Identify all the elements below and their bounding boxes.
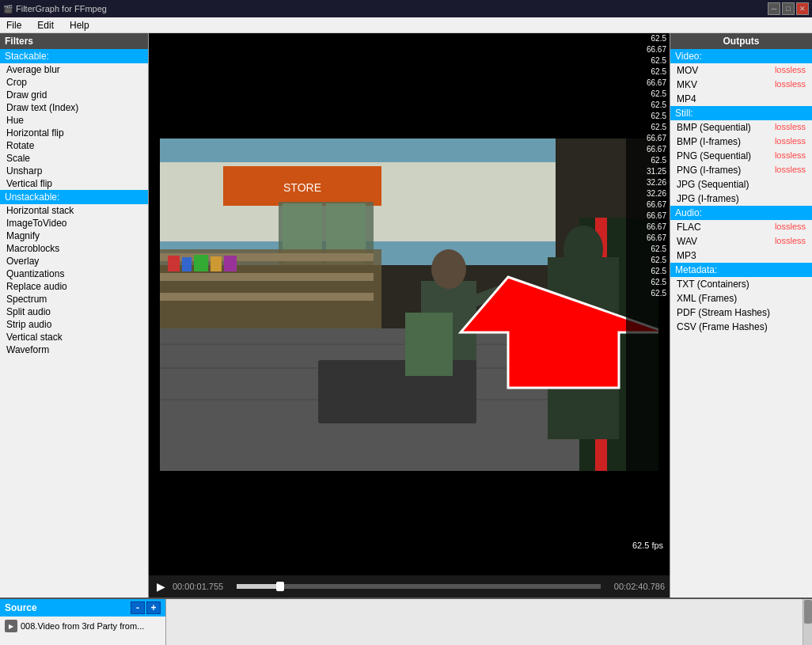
metadata-section-header: Metadata:	[670, 263, 812, 277]
scrollbar-thumb[interactable]	[804, 600, 812, 624]
output-mp3[interactable]: MP3	[670, 249, 812, 263]
filter-item-split-audio[interactable]: Split audio	[0, 305, 148, 318]
svg-rect-15	[160, 273, 374, 281]
fps-value: 62.5	[626, 111, 670, 122]
filter-item-draw-grid[interactable]: Draw grid	[0, 89, 148, 101]
filter-item-crop[interactable]: Crop	[0, 76, 148, 89]
filter-item-overlay[interactable]: Overlay	[0, 255, 148, 267]
source-plus-button[interactable]: +	[146, 601, 161, 614]
output-bmp-seq[interactable]: BMP (Sequential) lossless	[670, 120, 812, 135]
filter-item-unsharp[interactable]: Unsharp	[0, 165, 148, 177]
fps-value: 66.67	[626, 211, 670, 222]
menubar: File Edit Help	[0, 17, 812, 33]
filter-item-horizontal-flip[interactable]: Horizontal flip	[0, 127, 148, 139]
time-current: 00:00:01.755	[173, 582, 232, 591]
output-pdf[interactable]: PDF (Stream Hashes)	[670, 305, 812, 320]
filter-item-rotate[interactable]: Rotate	[0, 139, 148, 152]
output-jpg-iframes[interactable]: JPG (I-frames)	[670, 192, 812, 206]
svg-text:STORE: STORE	[283, 181, 321, 194]
filters-list: Stackable: Average blur Crop Draw grid D…	[0, 49, 148, 598]
output-csv[interactable]: CSV (Frame Hashes)	[670, 320, 812, 334]
output-mkv[interactable]: MKV lossless	[670, 78, 812, 92]
fps-value: 66.67	[626, 233, 670, 244]
outputs-panel: Outputs Video: MOV lossless MKV lossless…	[670, 33, 812, 598]
fps-value: 62.5	[626, 155, 670, 166]
fps-value: 62.5	[626, 255, 670, 266]
filter-item-vertical-flip[interactable]: Vertical flip	[0, 177, 148, 190]
window-controls: ─ □ ✕	[768, 2, 809, 15]
filter-item-quantizations[interactable]: Quantizations	[0, 267, 148, 280]
menu-edit[interactable]: Edit	[34, 20, 57, 31]
svg-rect-18	[182, 257, 192, 271]
filter-item-average-blur[interactable]: Average blur	[0, 63, 148, 76]
unstackable-header: Unstackable:	[0, 190, 148, 204]
fps-value: 62.5	[626, 288, 670, 299]
fps-value: 66.67	[626, 222, 670, 233]
app-icon: 🎬	[3, 5, 13, 13]
menu-help[interactable]: Help	[66, 20, 93, 31]
filter-item-replace-audio[interactable]: Replace audio	[0, 280, 148, 293]
filter-item-scale[interactable]: Scale	[0, 152, 148, 165]
output-png-iframes[interactable]: PNG (I-frames) lossless	[670, 163, 812, 177]
stackable-header: Stackable:	[0, 49, 148, 63]
fps-value: 66.67	[626, 133, 670, 144]
filter-item-strip-audio[interactable]: Strip audio	[0, 318, 148, 331]
progress-handle[interactable]	[276, 582, 284, 591]
fps-value: 62.5	[626, 244, 670, 255]
menu-file[interactable]: File	[3, 20, 25, 31]
filter-item-image-to-video[interactable]: ImageToVideo	[0, 217, 148, 230]
play-button[interactable]: ▶	[154, 579, 168, 594]
fps-value: 62.5	[626, 33, 670, 44]
maximize-button[interactable]: □	[782, 2, 795, 15]
video-controls: ▶ 00:00:01.755 00:02:40.786	[149, 575, 670, 598]
fps-value: 62.5	[626, 277, 670, 288]
source-panel: Source - + ▶ 008.Video from 3rd Party fr…	[0, 599, 166, 645]
output-xml[interactable]: XML (Frames)	[670, 291, 812, 305]
graph-area[interactable]	[166, 599, 812, 645]
titlebar: 🎬 FilterGraph for FFmpeg ─ □ ✕	[0, 0, 812, 17]
audio-section-header: Audio:	[670, 206, 812, 220]
output-wav[interactable]: WAV lossless	[670, 234, 812, 249]
source-header: Source - +	[0, 599, 165, 617]
fps-value: 62.5	[626, 89, 670, 100]
fps-value: 62.5	[626, 266, 670, 277]
filter-item-horizontal-stack[interactable]: Horizontal stack	[0, 204, 148, 217]
output-bmp-iframes[interactable]: BMP (I-frames) lossless	[670, 135, 812, 149]
source-minus-button[interactable]: -	[131, 601, 145, 614]
output-jpg-seq[interactable]: JPG (Sequential)	[670, 177, 812, 192]
video-content: STORE	[160, 138, 658, 471]
fps-value: 31.25	[626, 166, 670, 177]
video-frame: STORE	[160, 138, 658, 471]
filter-item-macroblocks[interactable]: Macroblocks	[0, 242, 148, 255]
filter-item-vertical-stack[interactable]: Vertical stack	[0, 331, 148, 343]
filter-item-spectrum[interactable]: Spectrum	[0, 293, 148, 305]
filter-item-waveform[interactable]: Waveform	[0, 343, 148, 356]
output-mp4[interactable]: MP4	[670, 92, 812, 106]
output-txt[interactable]: TXT (Containers)	[670, 277, 812, 291]
output-png-seq[interactable]: PNG (Sequential) lossless	[670, 149, 812, 163]
fps-value: 66.67	[626, 78, 670, 89]
filter-item-draw-text[interactable]: Draw text (Index)	[0, 101, 148, 114]
source-item-label: 008.Video from 3rd Party from...	[21, 621, 144, 631]
filter-item-magnify[interactable]: Magnify	[0, 230, 148, 242]
fps-value: 62.5	[626, 100, 670, 111]
minimize-button[interactable]: ─	[768, 2, 780, 15]
source-label: Source	[5, 602, 37, 613]
fps-value: 66.67	[626, 144, 670, 155]
svg-rect-20	[211, 256, 222, 271]
svg-rect-19	[194, 255, 208, 271]
progress-fill	[237, 584, 280, 589]
output-flac[interactable]: FLAC lossless	[670, 220, 812, 234]
bottom-area: Source - + ▶ 008.Video from 3rd Party fr…	[0, 598, 812, 645]
progress-bar[interactable]	[237, 584, 601, 589]
svg-rect-30	[405, 313, 453, 376]
time-total: 00:02:40.786	[605, 582, 665, 591]
close-button[interactable]: ✕	[796, 2, 809, 15]
output-mov[interactable]: MOV lossless	[670, 63, 812, 78]
source-list: ▶ 008.Video from 3rd Party from...	[0, 617, 165, 636]
scrollbar-right[interactable]	[803, 599, 812, 645]
svg-rect-14	[160, 253, 374, 261]
source-item[interactable]: ▶ 008.Video from 3rd Party from...	[2, 618, 164, 634]
outputs-header: Outputs	[670, 33, 812, 49]
filter-item-hue[interactable]: Hue	[0, 114, 148, 127]
